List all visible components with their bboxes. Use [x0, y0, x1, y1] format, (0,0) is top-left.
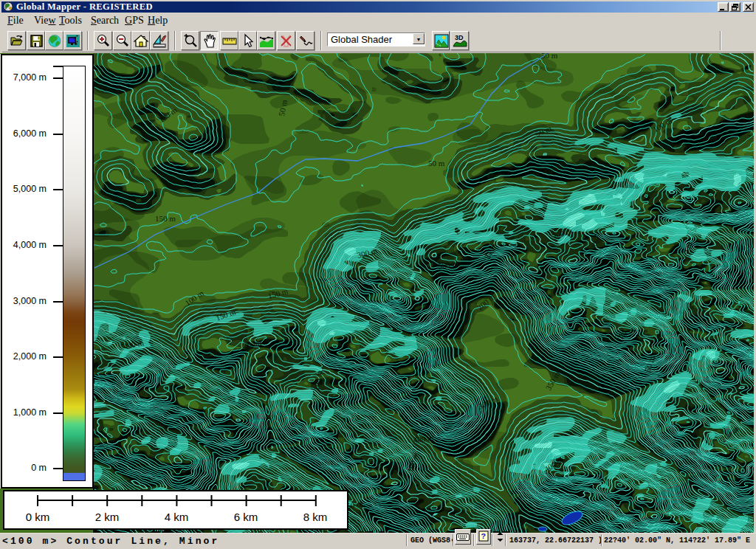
- svg-text:3D: 3D: [455, 34, 464, 41]
- svg-text:400: 400: [747, 129, 754, 138]
- svg-text:50 m: 50 m: [541, 53, 558, 60]
- svg-text:400 m: 400 m: [413, 434, 434, 444]
- svg-text:?: ?: [481, 532, 487, 541]
- svg-text:150 m: 150 m: [155, 214, 176, 223]
- svg-text:50 m: 50 m: [428, 159, 445, 168]
